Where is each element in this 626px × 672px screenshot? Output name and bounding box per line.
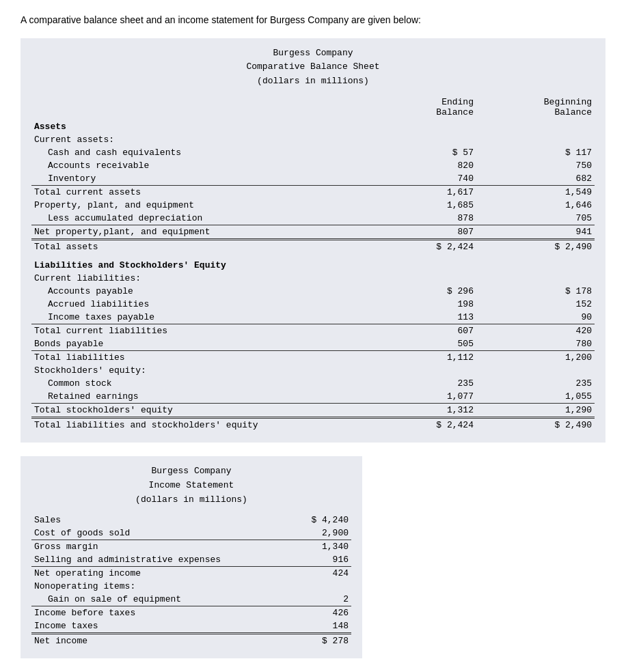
current-assets-header: Current assets: — [31, 133, 358, 146]
ppe-ending: 1,685 — [358, 199, 476, 212]
ar-row: Accounts receivable 820 750 — [31, 159, 595, 172]
bs-title-3: (dollars in millions) — [257, 76, 369, 86]
ta-ending: $ 2,424 — [358, 239, 476, 253]
assets-header-row: Assets — [31, 120, 595, 133]
re-ending: 1,077 — [358, 390, 476, 404]
net-ppe-row: Net property,plant, and equipment 807 94… — [31, 225, 595, 239]
accum-dep-beginning: 705 — [476, 212, 595, 225]
bs-title-2: Comparative Balance Sheet — [246, 61, 379, 72]
inventory-label: Inventory — [31, 172, 358, 186]
common-stock-label: Common stock — [31, 377, 358, 390]
net-income-row: Net income $ 278 — [31, 634, 351, 648]
inventory-ending: 740 — [358, 172, 476, 186]
tcl-ending: 607 — [358, 324, 476, 337]
total-liab-equity-row: Total liabilities and stockholders' equi… — [31, 417, 595, 432]
cs-ending: 235 — [358, 377, 476, 390]
ta-beginning: $ 2,490 — [476, 239, 595, 253]
ap-beginning: $ 178 — [476, 285, 595, 298]
is-title-1: Burgess Company — [151, 466, 231, 476]
sga-label: Selling and administrative expenses — [31, 553, 239, 567]
accrued-label: Accrued liabilities — [31, 298, 358, 311]
stockholders-header-row: Stockholders' equity: — [31, 364, 595, 377]
ar-ending: 820 — [358, 159, 476, 172]
gross-margin-label: Gross margin — [31, 540, 239, 554]
is-title-2: Income Statement — [149, 480, 234, 490]
income-statement-table: Sales $ 4,240 Cost of goods sold 2,900 G… — [31, 514, 351, 647]
itp-row: Income taxes payable 113 90 — [31, 311, 595, 324]
ar-beginning: 750 — [476, 159, 595, 172]
tle-ending: $ 2,424 — [358, 417, 476, 432]
bonds-beginning: 780 — [476, 337, 595, 351]
total-current-assets-label: Total current assets — [31, 185, 358, 199]
ppe-label: Property, plant, and equipment — [31, 199, 358, 212]
itp-beginning: 90 — [476, 311, 595, 324]
tl-ending: 1,112 — [358, 350, 476, 364]
total-assets-row: Total assets $ 2,424 $ 2,490 — [31, 239, 595, 253]
cogs-label: Cost of goods sold — [31, 527, 239, 540]
current-liab-header-row: Current liabilities: — [31, 272, 595, 285]
tle-beginning: $ 2,490 — [476, 417, 595, 432]
noi-row: Net operating income 424 — [31, 567, 351, 580]
total-liab-equity-label: Total liabilities and stockholders' equi… — [31, 417, 358, 432]
ar-label: Accounts receivable — [31, 159, 358, 172]
ppe-row: Property, plant, and equipment 1,685 1,6… — [31, 199, 595, 212]
net-income-value: $ 278 — [239, 634, 351, 648]
total-liab-row: Total liabilities 1,112 1,200 — [31, 350, 595, 364]
col-ending-label: Ending — [441, 97, 474, 107]
accum-dep-label: Less accumulated depreciation — [31, 212, 358, 225]
balance-sheet-table: Ending Balance Beginning Balance Assets … — [31, 96, 595, 432]
sga-value: 916 — [239, 553, 351, 567]
sales-row: Sales $ 4,240 — [31, 514, 351, 527]
bonds-row: Bonds payable 505 780 — [31, 337, 595, 351]
sga-row: Selling and administrative expenses 916 — [31, 553, 351, 567]
col-beginning-label: Beginning — [544, 97, 592, 107]
cash-beginning: $ 117 — [476, 146, 595, 159]
gross-margin-value: 1,340 — [239, 540, 351, 554]
ap-ending: $ 296 — [358, 285, 476, 298]
bs-title-1: Burgess Company — [273, 48, 353, 58]
retained-row: Retained earnings 1,077 1,055 — [31, 390, 595, 404]
ibt-value: 426 — [239, 606, 351, 620]
gain-row: Gain on sale of equipment 2 — [31, 593, 351, 606]
tl-beginning: 1,200 — [476, 350, 595, 364]
current-liab-header: Current liabilities: — [31, 272, 358, 285]
current-assets-header-row: Current assets: — [31, 133, 595, 146]
sales-label: Sales — [31, 514, 239, 527]
cash-row: Cash and cash equivalents $ 57 $ 117 — [31, 146, 595, 159]
net-ppe-label: Net property,plant, and equipment — [31, 225, 358, 239]
tca-beginning: 1,549 — [476, 185, 595, 199]
bonds-ending: 505 — [358, 337, 476, 351]
ap-label: Accounts payable — [31, 285, 358, 298]
inventory-beginning: 682 — [476, 172, 595, 186]
net-ppe-ending: 807 — [358, 225, 476, 239]
sales-value: $ 4,240 — [239, 514, 351, 527]
col-ending-label2: Balance — [436, 107, 474, 117]
total-se-label: Total stockholders' equity — [31, 403, 358, 417]
income-statement-title: Burgess Company Income Statement (dollar… — [31, 464, 351, 507]
cogs-row: Cost of goods sold 2,900 — [31, 527, 351, 540]
tcl-beginning: 420 — [476, 324, 595, 337]
noi-label: Net operating income — [31, 567, 239, 580]
noi-value: 424 — [239, 567, 351, 580]
ppe-beginning: 1,646 — [476, 199, 595, 212]
accrued-beginning: 152 — [476, 298, 595, 311]
accum-dep-row: Less accumulated depreciation 878 705 — [31, 212, 595, 225]
is-title-3: (dollars in millions) — [135, 494, 247, 505]
total-liab-label: Total liabilities — [31, 350, 358, 364]
bonds-label: Bonds payable — [31, 337, 358, 351]
taxes-label: Income taxes — [31, 619, 239, 634]
spacer-row — [31, 253, 595, 259]
net-ppe-beginning: 941 — [476, 225, 595, 239]
itp-label: Income taxes payable — [31, 311, 358, 324]
re-beginning: 1,055 — [476, 390, 595, 404]
total-curr-liab-row: Total current liabilities 607 420 — [31, 324, 595, 337]
liab-equity-header-row: Liabilities and Stockholders' Equity — [31, 259, 595, 272]
ibt-row: Income before taxes 426 — [31, 606, 351, 620]
cogs-value: 2,900 — [239, 527, 351, 540]
accrued-row: Accrued liabilities 198 152 — [31, 298, 595, 311]
balance-sheet-container: Burgess Company Comparative Balance Shee… — [21, 38, 605, 443]
bs-header-row: Ending Balance Beginning Balance — [31, 96, 595, 120]
retained-label: Retained earnings — [31, 390, 358, 404]
total-se-row: Total stockholders' equity 1,312 1,290 — [31, 403, 595, 417]
total-current-assets-row: Total current assets 1,617 1,549 — [31, 185, 595, 199]
